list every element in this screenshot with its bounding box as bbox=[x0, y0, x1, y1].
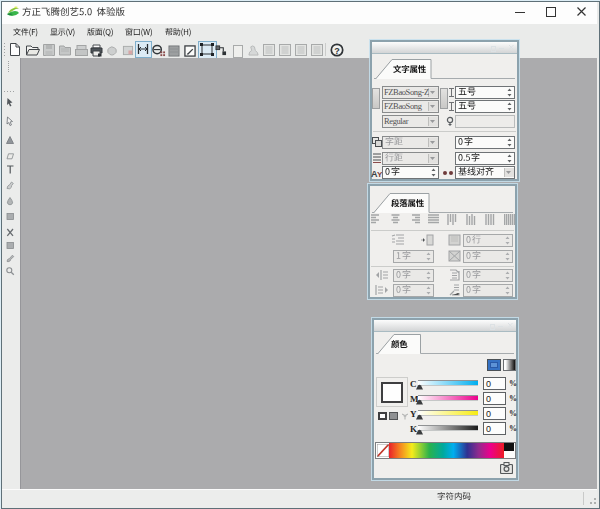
svg-text:?: ? bbox=[334, 46, 340, 56]
